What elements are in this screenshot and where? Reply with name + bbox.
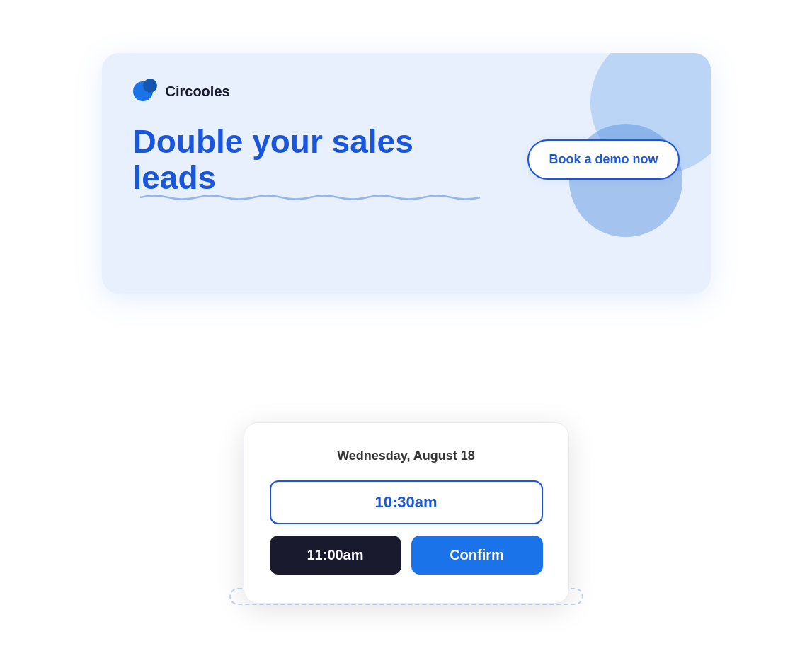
- top-card: Circooles Double your sales leads Book a…: [102, 53, 711, 294]
- booking-card: Wednesday, August 18 10:30am 11:00am Con…: [244, 422, 569, 604]
- headline: Double your sales leads: [133, 124, 487, 195]
- confirm-button[interactable]: Confirm: [411, 536, 543, 575]
- time-selected-slot[interactable]: 10:30am: [270, 480, 543, 524]
- time-alt-button[interactable]: 11:00am: [270, 536, 401, 575]
- brand-name: Circooles: [166, 83, 230, 100]
- bottom-actions-row: 11:00am Confirm: [270, 536, 543, 575]
- logo-circle-small: [143, 79, 157, 93]
- headline-wrap: Double your sales leads: [133, 124, 487, 195]
- date-label: Wednesday, August 18: [270, 449, 543, 463]
- brand-logo: [133, 79, 159, 104]
- bottom-card-wrapper: Wednesday, August 18 10:30am 11:00am Con…: [229, 588, 583, 605]
- book-demo-button[interactable]: Book a demo now: [527, 139, 679, 180]
